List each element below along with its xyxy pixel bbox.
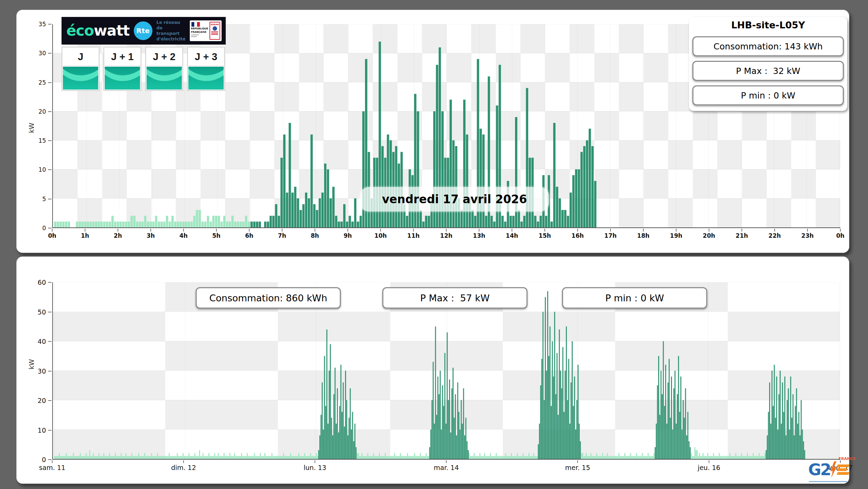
- bar: [176, 456, 177, 459]
- bar: [227, 456, 228, 459]
- bar: [326, 329, 327, 459]
- bar: [255, 456, 256, 459]
- bar: [149, 456, 150, 459]
- bar: [269, 456, 270, 459]
- bar: [388, 456, 389, 459]
- bar: [573, 406, 574, 459]
- date-label: vendredi 17 avril 2026: [360, 187, 549, 211]
- bar: [376, 456, 377, 459]
- bar: [490, 453, 491, 459]
- bar: [652, 456, 653, 459]
- bar: [64, 456, 65, 459]
- bar: [527, 456, 528, 459]
- bar: [670, 418, 671, 459]
- tick-mark: [48, 228, 52, 228]
- bar: [540, 216, 542, 227]
- bar: [629, 456, 630, 459]
- bar: [748, 456, 749, 459]
- bar: [641, 456, 642, 459]
- x-axis-label: 11h: [407, 232, 420, 239]
- tick-mark: [643, 229, 644, 232]
- bar: [648, 453, 649, 459]
- bar: [232, 456, 233, 459]
- bar: [784, 377, 785, 459]
- weekly-bars-svg: [53, 282, 840, 459]
- bar: [56, 456, 57, 459]
- tick-mark: [52, 229, 53, 232]
- day-button-j[interactable]: J: [62, 47, 100, 91]
- bar: [246, 456, 247, 459]
- bar: [72, 456, 73, 459]
- day-button-label: J + 3: [188, 48, 224, 66]
- bar: [567, 216, 569, 227]
- bar: [95, 456, 96, 459]
- bar: [262, 456, 263, 459]
- bar: [303, 456, 304, 459]
- bar: [512, 456, 513, 459]
- bar: [755, 456, 756, 459]
- bar: [457, 383, 458, 459]
- x-axis-label: jeu. 16: [698, 464, 720, 471]
- y-axis-label: 35: [38, 21, 46, 28]
- bar: [531, 456, 532, 459]
- bar: [446, 424, 447, 459]
- bar: [225, 456, 226, 459]
- bar: [558, 415, 559, 459]
- tick-mark: [48, 341, 52, 342]
- bar: [291, 192, 294, 227]
- bar: [625, 456, 626, 459]
- bar: [534, 456, 535, 459]
- bar: [371, 456, 372, 459]
- bar: [733, 456, 734, 459]
- bar: [464, 435, 465, 459]
- bar: [530, 456, 531, 459]
- bar: [102, 456, 103, 459]
- bar: [316, 453, 317, 459]
- bar: [248, 222, 250, 227]
- bar: [415, 456, 416, 459]
- bar: [101, 456, 102, 459]
- bar: [510, 456, 511, 459]
- day-button-j1[interactable]: J + 1: [103, 47, 141, 91]
- weekly-chart-area[interactable]: [52, 282, 840, 460]
- bar: [537, 222, 539, 227]
- bar: [131, 453, 132, 459]
- bar: [368, 456, 370, 459]
- bar: [680, 377, 681, 459]
- day-button-j3[interactable]: J + 3: [187, 47, 225, 91]
- bar: [367, 453, 368, 459]
- bar: [148, 456, 149, 459]
- bar: [288, 456, 289, 459]
- bar: [740, 456, 741, 459]
- bar: [422, 222, 425, 227]
- rte-network-caption: Le réseau de transport d'électricité: [157, 20, 186, 42]
- bar: [390, 140, 392, 227]
- bar: [120, 222, 122, 227]
- ecowatt-logo: écowatt: [66, 23, 130, 38]
- bar: [614, 456, 615, 459]
- x-axis-label: 14h: [506, 232, 518, 239]
- bar: [335, 216, 337, 227]
- day-button-j2[interactable]: J + 2: [145, 47, 183, 91]
- bar: [416, 456, 417, 459]
- bar: [618, 453, 619, 459]
- bar: [477, 456, 478, 459]
- bar: [220, 456, 221, 459]
- bar: [697, 450, 698, 459]
- bar: [324, 163, 327, 227]
- bar: [81, 222, 84, 227]
- bar: [206, 456, 207, 459]
- bar: [773, 406, 774, 459]
- bar: [406, 216, 408, 227]
- y-axis-unit: kW: [28, 123, 35, 133]
- bar: [379, 453, 380, 459]
- bar: [668, 383, 669, 459]
- bar: [643, 456, 644, 459]
- bar: [340, 365, 342, 459]
- x-axis-label: 15h: [539, 232, 551, 239]
- bar: [572, 175, 575, 227]
- bar: [351, 222, 354, 227]
- bar: [634, 456, 635, 459]
- bar: [254, 453, 255, 459]
- rte-logo-icon: Rte: [134, 21, 152, 40]
